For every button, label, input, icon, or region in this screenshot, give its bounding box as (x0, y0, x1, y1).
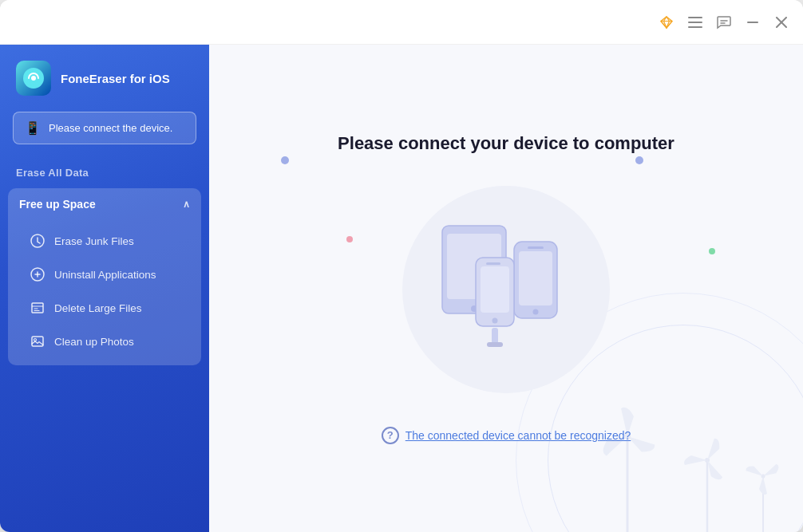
devices-svg (426, 214, 586, 365)
free-up-space-header[interactable]: Free up Space ∧ (8, 188, 201, 220)
svg-rect-31 (492, 328, 498, 344)
junk-icon (29, 232, 46, 250)
svg-point-19 (34, 339, 37, 341)
title-bar (0, 0, 803, 45)
content-area: Please connect your device to computer (209, 45, 803, 532)
title-bar-icons (658, 14, 790, 31)
help-icon: ? (382, 427, 399, 444)
free-up-space-label: Free up Space (19, 198, 96, 211)
diamond-icon[interactable] (658, 14, 675, 31)
close-icon[interactable] (773, 14, 790, 31)
delete-large-label: Delete Large Files (54, 302, 142, 314)
connect-device-button[interactable]: 📱 Please connect the device. (13, 112, 196, 144)
svg-rect-0 (688, 17, 702, 18)
svg-rect-5 (747, 22, 758, 23)
app-window: FoneEraser for iOS 📱 Please connect the … (0, 0, 803, 532)
dot-pink (346, 236, 353, 242)
sidebar: FoneEraser for iOS 📱 Please connect the … (0, 45, 209, 532)
large-files-icon (29, 299, 46, 317)
help-text[interactable]: The connected device cannot be recognize… (405, 429, 631, 442)
svg-rect-32 (487, 342, 503, 347)
chevron-up-icon: ∧ (183, 199, 190, 210)
minimize-icon[interactable] (744, 14, 761, 31)
svg-rect-28 (481, 266, 509, 313)
device-btn-label: Please connect the device. (49, 122, 172, 134)
app-title: FoneEraser for iOS (61, 72, 170, 85)
svg-rect-24 (519, 251, 552, 305)
uninstall-icon (29, 266, 46, 283)
dot-green (709, 248, 715, 254)
windmill-decoration (564, 372, 803, 532)
free-up-space-group: Free up Space ∧ Erase Junk Files (8, 188, 201, 365)
chat-icon[interactable] (715, 14, 733, 31)
menu-icon[interactable] (686, 14, 704, 31)
uninstall-label: Uninstall Applications (54, 269, 156, 281)
sidebar-header: FoneEraser for iOS (0, 61, 209, 112)
sidebar-item-cleanup-photos[interactable]: Clean up Photos (14, 325, 195, 357)
svg-rect-29 (486, 262, 500, 265)
svg-point-26 (533, 309, 539, 314)
svg-rect-18 (32, 337, 43, 346)
svg-rect-1 (688, 22, 702, 23)
dot-blue-2 (635, 156, 643, 164)
erase-section-title: Erase All Data (0, 160, 209, 188)
dot-blue-1 (281, 156, 289, 164)
photos-icon (29, 333, 46, 350)
svg-rect-25 (528, 246, 544, 249)
sidebar-group-items: Erase Junk Files Uninstall Applications (8, 220, 201, 365)
main-layout: FoneEraser for iOS 📱 Please connect the … (0, 45, 803, 532)
svg-point-9 (31, 76, 36, 81)
cleanup-photos-label: Clean up Photos (54, 336, 134, 348)
help-link[interactable]: ? The connected device cannot be recogni… (382, 427, 631, 444)
erase-junk-label: Erase Junk Files (54, 235, 134, 247)
svg-point-30 (492, 317, 498, 323)
svg-rect-2 (688, 26, 702, 28)
svg-rect-14 (32, 303, 43, 313)
sidebar-item-delete-large[interactable]: Delete Large Files (14, 292, 195, 324)
phone-icon: 📱 (25, 120, 41, 136)
sidebar-item-erase-junk[interactable]: Erase Junk Files (14, 225, 195, 257)
devices-illustration (402, 186, 610, 393)
sidebar-item-uninstall[interactable]: Uninstall Applications (14, 258, 195, 290)
connect-title: Please connect your device to computer (338, 133, 674, 154)
app-logo (16, 61, 51, 96)
